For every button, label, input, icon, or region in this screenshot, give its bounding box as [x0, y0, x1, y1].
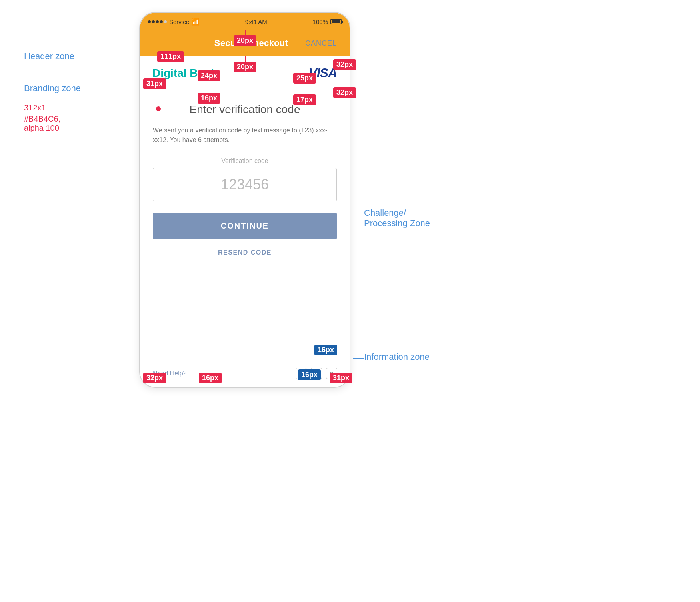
time-display: 9:41 AM	[245, 18, 267, 25]
dim-20px-bottom: 20px	[234, 62, 256, 72]
dim-16px-info-bottom: 16px	[199, 373, 222, 383]
status-bar-left: Service 📶	[148, 18, 200, 26]
dim-31px-info: 31px	[330, 373, 352, 383]
status-bar-right: 100%	[313, 18, 342, 25]
carrier-label: Service	[169, 18, 189, 25]
resend-code-button[interactable]: RESEND CODE	[153, 249, 337, 256]
divider-color-label: #B4B4C6,alpha 100	[24, 114, 60, 133]
dim-20px-top-line	[245, 30, 246, 36]
branding-zone-line	[78, 88, 139, 88]
right-annotation-line	[353, 12, 353, 388]
verification-label: Verification code	[153, 157, 337, 165]
verification-code-input[interactable]	[153, 168, 337, 201]
divider-circle	[156, 106, 161, 111]
challenge-zone: Enter verification code We sent you a ve…	[140, 87, 350, 269]
cancel-button[interactable]: CANCEL	[305, 39, 337, 48]
divider-dims-label: 312x1	[24, 103, 46, 112]
battery-label: 100%	[313, 18, 328, 25]
info-zone-label: Information zone	[364, 352, 430, 362]
wifi-icon: 📶	[192, 18, 200, 26]
signal-dots	[148, 20, 167, 23]
dim-20px-top: 20px	[234, 35, 256, 46]
dim-16px-info-top: 16px	[314, 345, 337, 355]
branding-zone-label: Branding zone	[24, 83, 81, 94]
status-bar: Service 📶 9:41 AM 100%	[140, 13, 350, 30]
continue-button[interactable]: CONTINUE	[153, 213, 337, 239]
dim-16px-bank: 16px	[198, 93, 220, 104]
challenge-message: We sent you a verification code by text …	[153, 126, 337, 145]
header-zone-label: Header zone	[24, 51, 74, 62]
dim-111px: 111px	[157, 51, 184, 62]
dim-24px: 24px	[198, 70, 220, 81]
dim-16px-icon-gap: 16px	[298, 369, 321, 380]
battery-icon	[330, 19, 342, 24]
info-zone-tick	[353, 358, 364, 359]
challenge-zone-label: Challenge/Processing Zone	[364, 208, 430, 229]
dim-20px-bottom-line	[245, 56, 246, 62]
dim-17px: 17px	[293, 94, 316, 105]
header-zone-line	[76, 56, 139, 56]
dim-25px: 25px	[293, 73, 316, 84]
dim-32px-info: 32px	[143, 373, 166, 383]
divider-pointer	[77, 109, 157, 109]
dim-31px: 31px	[143, 78, 166, 89]
